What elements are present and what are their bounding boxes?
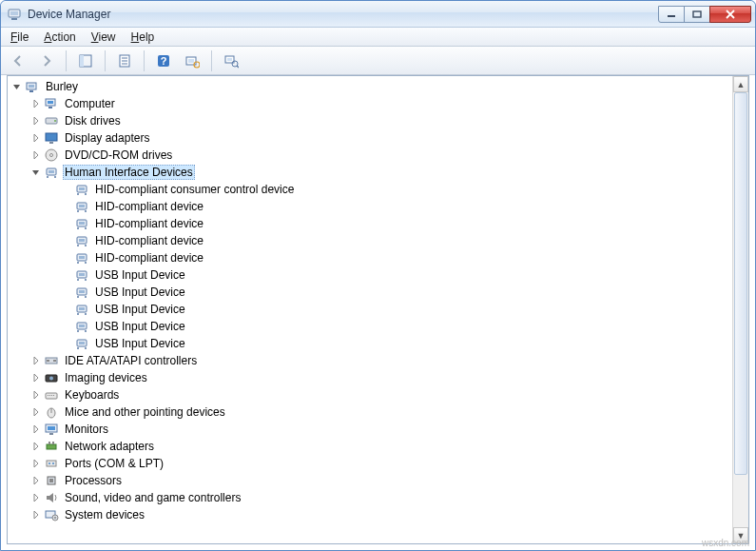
tree-node-device-4-6[interactable]: USB Input Device — [8, 284, 732, 301]
svg-rect-93 — [52, 442, 54, 444]
tree-node-label: Burley — [44, 80, 80, 93]
expand-arrow-icon[interactable] — [30, 441, 42, 452]
expand-arrow-icon[interactable] — [30, 492, 42, 503]
tree-node-device-4-7[interactable]: USB Input Device — [8, 301, 732, 318]
expand-arrow-icon[interactable] — [30, 423, 42, 435]
svg-rect-85 — [53, 395, 54, 396]
imaging-icon — [44, 370, 59, 385]
view-devices-button[interactable] — [220, 49, 242, 72]
tree-node-category-8[interactable]: Mice and other pointing devices — [8, 403, 732, 421]
expand-arrow-icon[interactable] — [30, 475, 42, 486]
processor-icon — [44, 473, 59, 488]
tree-node-category-4[interactable]: Human Interface Devices — [8, 164, 732, 181]
content-pane: BurleyComputerDisk drivesDisplay adapter… — [7, 75, 749, 544]
collapse-arrow-icon[interactable] — [30, 167, 42, 178]
svg-rect-33 — [48, 170, 54, 173]
svg-point-58 — [77, 279, 79, 281]
svg-rect-3 — [668, 15, 675, 17]
tree-node-category-5[interactable]: IDE ATA/ATAPI controllers — [8, 352, 732, 369]
svg-rect-21 — [29, 85, 34, 88]
hid-icon — [74, 233, 89, 248]
svg-point-96 — [52, 462, 54, 464]
hid-icon — [74, 285, 89, 300]
svg-rect-77 — [47, 360, 49, 362]
tree-node-label: USB Input Device — [93, 320, 187, 333]
tree-node-device-4-0[interactable]: HID-compliant consumer control device — [8, 181, 732, 198]
svg-rect-92 — [48, 442, 50, 444]
ports-icon — [44, 456, 59, 471]
svg-rect-73 — [79, 342, 85, 344]
tree-node-label: HID-compliant device — [93, 251, 205, 265]
hid-icon — [74, 250, 89, 266]
tree-node-category-10[interactable]: Network adapters — [8, 438, 732, 455]
menu-action[interactable]: Action — [38, 30, 81, 45]
minimize-button[interactable] — [658, 6, 685, 23]
tree-node-category-11[interactable]: Ports (COM & LPT) — [8, 455, 732, 472]
expand-arrow-icon[interactable] — [30, 509, 42, 521]
expand-arrow-icon[interactable] — [30, 372, 42, 384]
tree-node-device-4-3[interactable]: HID-compliant device — [8, 232, 732, 249]
mouse-icon — [44, 404, 59, 420]
tree-node-device-4-1[interactable]: HID-compliant device — [8, 198, 732, 215]
properties-button[interactable] — [113, 49, 136, 72]
tree-node-device-4-2[interactable]: HID-compliant device — [8, 215, 732, 232]
tree-node-label: Monitors — [63, 423, 110, 436]
device-tree-viewport[interactable]: BurleyComputerDisk drivesDisplay adapter… — [8, 76, 732, 543]
tree-node-category-1[interactable]: Disk drives — [8, 112, 732, 129]
back-button[interactable] — [7, 49, 29, 72]
svg-point-95 — [48, 462, 50, 464]
menu-view[interactable]: View — [86, 30, 122, 45]
svg-rect-89 — [48, 426, 55, 430]
expand-arrow-icon[interactable] — [30, 355, 42, 366]
tree-node-category-9[interactable]: Monitors — [8, 421, 732, 438]
tree-node-device-4-9[interactable]: USB Input Device — [8, 335, 732, 352]
tree-node-device-4-4[interactable]: HID-compliant device — [8, 249, 732, 266]
hid-icon — [74, 267, 89, 283]
expand-arrow-icon[interactable] — [30, 98, 42, 109]
svg-point-42 — [77, 210, 79, 212]
close-button[interactable] — [709, 6, 751, 23]
menu-help[interactable]: Help — [126, 30, 161, 45]
tree-node-device-4-5[interactable]: USB Input Device — [8, 266, 732, 284]
tree-node-label: Mice and other pointing devices — [63, 405, 227, 419]
tree-node-device-4-8[interactable]: USB Input Device — [8, 318, 732, 335]
show-hide-console-tree-button[interactable] — [74, 49, 97, 72]
tree-node-category-7[interactable]: Keyboards — [8, 386, 732, 403]
tree-node-category-3[interactable]: DVD/CD-ROM drives — [8, 147, 732, 164]
expand-arrow-icon[interactable] — [30, 389, 42, 401]
tree-node-label: DVD/CD-ROM drives — [63, 148, 174, 162]
tree-node-root[interactable]: Burley — [8, 78, 732, 95]
tree-node-label: HID-compliant device — [93, 234, 205, 247]
svg-rect-82 — [48, 395, 48, 396]
maximize-button[interactable] — [684, 6, 710, 23]
tree-node-category-6[interactable]: Imaging devices — [8, 369, 732, 386]
hid-icon — [74, 182, 89, 197]
expand-arrow-icon[interactable] — [30, 406, 42, 418]
tree-node-label: Disk drives — [63, 114, 123, 128]
svg-point-54 — [77, 262, 79, 264]
svg-point-31 — [50, 154, 53, 157]
forward-button[interactable] — [35, 49, 58, 72]
hid-icon — [74, 216, 89, 231]
tree-node-category-13[interactable]: Sound, video and game controllers — [8, 489, 732, 506]
scroll-thumb[interactable] — [734, 92, 747, 475]
tree-node-category-14[interactable]: System devices — [8, 506, 732, 523]
tree-node-category-12[interactable]: Processors — [8, 472, 732, 489]
tree-node-label: Ports (COM & LPT) — [63, 457, 165, 470]
vertical-scrollbar[interactable]: ▲ ▼ — [732, 76, 748, 543]
expand-arrow-icon[interactable] — [30, 149, 42, 161]
svg-rect-14 — [188, 59, 194, 63]
expand-arrow-icon[interactable] — [30, 458, 42, 469]
svg-point-75 — [85, 347, 87, 349]
hid-icon — [74, 336, 89, 351]
expand-arrow-icon[interactable] — [30, 132, 42, 144]
help-button[interactable]: ? — [152, 49, 175, 72]
expand-arrow-icon[interactable] — [30, 115, 42, 127]
scroll-up-button[interactable]: ▲ — [733, 76, 748, 92]
tree-node-category-2[interactable]: Display adapters — [8, 129, 732, 147]
menu-file[interactable]: File — [5, 30, 34, 45]
scan-hardware-button[interactable] — [181, 49, 204, 72]
tree-node-category-0[interactable]: Computer — [8, 95, 732, 112]
collapse-arrow-icon[interactable] — [11, 81, 23, 92]
scroll-track[interactable] — [733, 92, 748, 527]
